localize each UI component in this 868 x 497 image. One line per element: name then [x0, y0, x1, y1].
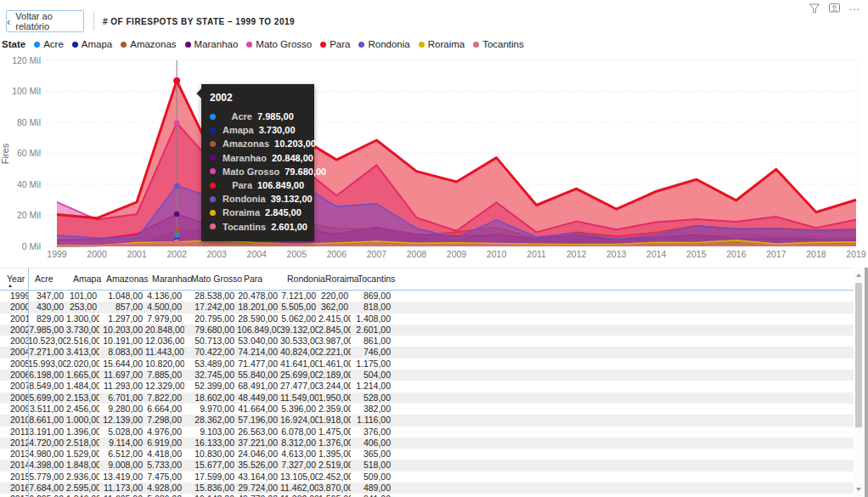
- value-cell: 818,00: [351, 302, 393, 313]
- value-cell: 1.175,00: [351, 359, 393, 370]
- tooltip-row-roraima: Roraima2.845,00: [210, 206, 305, 219]
- value-cell: 2.415,00: [318, 313, 351, 325]
- value-cell: 5.733,00: [145, 460, 184, 471]
- value-cell: 1.461,00: [318, 359, 351, 370]
- column-header-acre[interactable]: Acre: [28, 268, 66, 290]
- page-scrollbar[interactable]: [865, 268, 868, 497]
- legend-item-mato-grosso[interactable]: Mato Grosso: [246, 39, 312, 49]
- back-to-report-button[interactable]: ‹ Voltar ao relatório: [6, 10, 84, 32]
- value-cell: 11.462,00: [280, 483, 318, 494]
- table-row-2004[interactable]: 20047.271,003.413,008.083,0011.443,0070.…: [0, 347, 854, 358]
- year-cell: 2004: [0, 347, 28, 358]
- legend-label: Acre: [43, 39, 64, 49]
- row-filler: [393, 325, 854, 336]
- value-cell: 7.684,00: [28, 483, 66, 494]
- legend-item-maranhao[interactable]: Maranhao: [185, 39, 239, 49]
- tooltip-dot-amapa: [210, 127, 216, 133]
- column-header-para[interactable]: Para: [237, 268, 280, 290]
- legend-title: State: [2, 39, 25, 49]
- table-row-2013[interactable]: 20134.980,001.529,006.512,004.418,0010.8…: [0, 449, 854, 460]
- y-tick-label: 20 Mil: [17, 210, 41, 220]
- legend-label: Roraima: [428, 39, 465, 49]
- legend-item-tocantins[interactable]: Tocantins: [473, 39, 524, 49]
- selected-marker-maranhao[interactable]: [174, 212, 179, 217]
- scroll-up-arrow[interactable]: [854, 270, 863, 280]
- selected-marker-mato-grosso[interactable]: [174, 120, 179, 125]
- y-tick-label: 120 Mil: [12, 55, 41, 65]
- table-row-2014[interactable]: 20144.398,001.848,009.008,005.733,0015.6…: [0, 460, 854, 471]
- legend-item-amapa[interactable]: Amapa: [72, 39, 112, 49]
- value-cell: 6.919,00: [145, 438, 184, 449]
- value-cell: 1.000,00: [66, 415, 99, 426]
- table-row-2015[interactable]: 20155.779,002.936,0013.419,007.475,0017.…: [0, 472, 854, 483]
- value-cell: 8.312,00: [280, 438, 318, 449]
- table-scrollbar-thumb[interactable]: [855, 283, 862, 427]
- selected-marker-amazonas[interactable]: [174, 228, 179, 233]
- column-header-tocantins[interactable]: Tocantins: [351, 268, 393, 290]
- value-cell: 9.114,00: [99, 438, 145, 449]
- column-header-label: Para: [244, 274, 262, 284]
- table-row-2009[interactable]: 20093.511,002.456,009.280,006.664,009.97…: [0, 404, 854, 415]
- value-cell: 10.820,00: [145, 359, 184, 370]
- value-cell: 50.713,00: [184, 336, 237, 347]
- table-row-2006[interactable]: 20066.198,001.665,0011.697,007.885,0032.…: [0, 370, 854, 381]
- year-cell: 2010: [0, 415, 28, 426]
- value-cell: 17.242,00: [184, 302, 237, 313]
- column-header-mato-grosso[interactable]: Mato Grosso: [184, 268, 237, 290]
- value-cell: 1.484,00: [66, 381, 99, 392]
- table-row-2016[interactable]: 20167.684,002.595,0011.173,004.928,0015.…: [0, 483, 854, 494]
- tooltip-dot-para: [210, 183, 216, 189]
- value-cell: 4.398,00: [28, 460, 66, 471]
- year-cell: 2016: [0, 483, 28, 494]
- column-header-amapa[interactable]: Amapa: [66, 268, 99, 290]
- column-header-amazonas[interactable]: Amazonas: [99, 268, 145, 290]
- table-row-2010[interactable]: 20108.661,001.000,0012.139,007.298,0028.…: [0, 415, 854, 426]
- table-row-2002[interactable]: 20027.985,003.730,0010.203,0020.848,0079…: [0, 325, 854, 336]
- table-row-2017[interactable]: 20176.295,001.846,0011.605,005.086,0019.…: [0, 494, 854, 497]
- table-row-2008[interactable]: 20085.699,002.153,006.701,007.822,0018.6…: [0, 393, 854, 404]
- column-header-maranhao[interactable]: Maranhao: [145, 268, 184, 290]
- legend-item-rondonia[interactable]: Rondonia: [358, 39, 409, 49]
- tooltip-dot-rondonia: [210, 196, 216, 202]
- column-header-roraima[interactable]: Roraima: [318, 268, 351, 290]
- row-filler: [393, 460, 854, 471]
- x-tick-label-2008: 2008: [407, 249, 427, 259]
- legend-item-amazonas[interactable]: Amazonas: [121, 39, 176, 49]
- value-cell: 7.121,00: [280, 291, 318, 302]
- legend-item-roraima[interactable]: Roraima: [419, 39, 465, 49]
- tooltip-rows: Acre7.985,00Amapa3.730,00Amazonas10.203,…: [210, 110, 305, 234]
- value-cell: 4.928,00: [145, 483, 184, 494]
- selected-marker-para[interactable]: [173, 77, 180, 84]
- value-cell: 11.697,00: [99, 370, 145, 381]
- more-options-icon[interactable]: …: [848, 3, 861, 14]
- table-row-2005[interactable]: 200515.993,002.020,0015.644,0010.820,005…: [0, 359, 854, 370]
- column-header-year[interactable]: Year▲: [0, 268, 28, 290]
- table-row-2003[interactable]: 200310.523,002.516,0010.191,0012.036,005…: [0, 336, 854, 347]
- legend-item-para[interactable]: Para: [320, 39, 350, 49]
- value-cell: 2.359,00: [318, 404, 351, 415]
- value-cell: 6.512,00: [99, 449, 145, 460]
- table-row-2012[interactable]: 20124.720,002.518,009.114,006.919,0016.1…: [0, 438, 854, 449]
- tooltip-row-amapa: Amapa3.730,00: [210, 123, 305, 137]
- selected-marker-rondonia[interactable]: [174, 183, 179, 188]
- y-tick-label: 100 Mil: [12, 86, 41, 96]
- value-cell: 1.048,00: [99, 291, 145, 302]
- row-filler: [393, 302, 854, 313]
- table-row-2007[interactable]: 20078.549,001.484,0011.293,0012.329,0052…: [0, 381, 854, 392]
- tooltip-row-maranhao: Maranhao20.848,00: [210, 151, 305, 165]
- table-header-row: Year▲AcreAmapaAmazonasMaranhaoMato Gross…: [0, 268, 854, 291]
- row-filler: [393, 483, 854, 494]
- y-tick-label: 60 Mil: [17, 148, 41, 158]
- filter-icon[interactable]: [808, 2, 820, 14]
- selected-marker-tocantins[interactable]: [174, 240, 179, 245]
- comments-icon[interactable]: [828, 2, 841, 14]
- value-cell: 5.086,00: [145, 494, 184, 497]
- table-row-2000[interactable]: 2000430,00253,00857,004.500,0017.242,001…: [0, 302, 854, 313]
- column-header-rondonia[interactable]: Rondonia: [280, 268, 318, 290]
- value-cell: 5.505,00: [280, 302, 318, 313]
- table-row-2001[interactable]: 2001829,001.300,001.297,007.979,0020.795…: [0, 313, 854, 325]
- table-row-1999[interactable]: 1999347,00101,001.048,004.136,0028.538,0…: [0, 291, 854, 302]
- scroll-down-arrow[interactable]: [854, 484, 863, 494]
- table-row-2011[interactable]: 20113.191,001.396,005.028,004.976,009.10…: [0, 426, 854, 438]
- legend-item-acre[interactable]: Acre: [34, 39, 64, 49]
